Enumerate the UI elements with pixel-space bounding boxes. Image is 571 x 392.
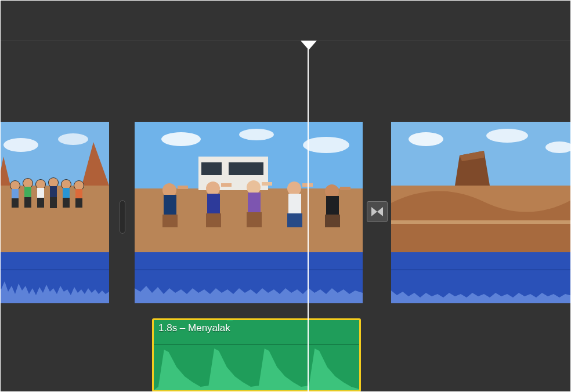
svg-point-30 [239, 129, 274, 140]
toolbar-strip [0, 0, 571, 41]
clip-1-audio-track[interactable] [0, 252, 109, 303]
svg-rect-53 [326, 196, 339, 217]
video-clip-2[interactable] [135, 122, 363, 303]
svg-point-1 [3, 138, 38, 152]
svg-rect-22 [12, 189, 19, 198]
svg-point-16 [10, 181, 20, 190]
svg-rect-55 [340, 187, 350, 190]
timeline-canvas[interactable]: 1.8s – Menyalak [0, 42, 571, 392]
svg-rect-47 [262, 182, 272, 186]
sound-effect-waveform [154, 344, 359, 390]
svg-rect-23 [24, 187, 31, 197]
clip-1-thumbnail [0, 122, 109, 252]
svg-rect-41 [207, 194, 220, 216]
clip-3-volume-line[interactable] [391, 270, 571, 270]
svg-rect-54 [325, 215, 340, 227]
svg-point-19 [49, 178, 58, 187]
svg-point-17 [23, 179, 32, 188]
svg-point-40 [206, 182, 220, 195]
svg-point-57 [409, 132, 443, 146]
clip-3-waveform [391, 274, 571, 303]
timeline-editor: 1.8s – Menyalak [0, 0, 571, 392]
transition-icon [370, 205, 384, 219]
svg-rect-24 [37, 188, 44, 198]
svg-rect-35 [229, 162, 263, 175]
svg-point-29 [161, 132, 201, 146]
sound-effect-clip[interactable]: 1.8s – Menyalak [152, 318, 361, 392]
svg-rect-43 [221, 183, 232, 187]
svg-rect-25 [50, 186, 57, 197]
clip-2-thumbnail [135, 122, 363, 252]
svg-point-20 [62, 180, 71, 189]
clip-3-audio-track[interactable] [391, 252, 571, 303]
svg-rect-38 [162, 215, 178, 227]
svg-rect-61 [391, 220, 571, 224]
svg-point-2 [58, 133, 88, 145]
transition-cross-dissolve[interactable] [367, 201, 388, 222]
video-clip-1[interactable] [0, 122, 109, 303]
svg-point-21 [74, 181, 84, 190]
svg-point-31 [303, 137, 349, 153]
clip-1-waveform [0, 274, 109, 303]
clip-2-waveform [135, 274, 363, 303]
svg-point-44 [247, 180, 261, 194]
svg-rect-26 [63, 188, 70, 198]
svg-rect-51 [302, 183, 313, 187]
clip-2-audio-track[interactable] [135, 252, 363, 303]
clip-2-volume-line[interactable] [135, 270, 363, 270]
svg-rect-45 [248, 193, 261, 215]
svg-rect-50 [287, 213, 302, 227]
video-clip-3[interactable] [391, 122, 571, 303]
svg-point-58 [486, 129, 528, 143]
sound-effect-label: 1.8s – Menyalak [158, 322, 230, 334]
svg-point-18 [36, 180, 45, 189]
sound-effect-pin[interactable] [226, 318, 233, 321]
svg-rect-27 [75, 189, 82, 198]
svg-rect-49 [288, 194, 301, 216]
svg-rect-46 [247, 212, 262, 227]
svg-rect-34 [201, 162, 222, 175]
svg-rect-39 [178, 186, 188, 189]
clip-gap-handle[interactable] [120, 200, 125, 234]
clip-1-volume-line[interactable] [0, 270, 109, 270]
svg-point-48 [287, 182, 301, 195]
clip-3-thumbnail [391, 122, 571, 252]
svg-rect-42 [206, 213, 221, 227]
svg-rect-37 [164, 195, 176, 217]
